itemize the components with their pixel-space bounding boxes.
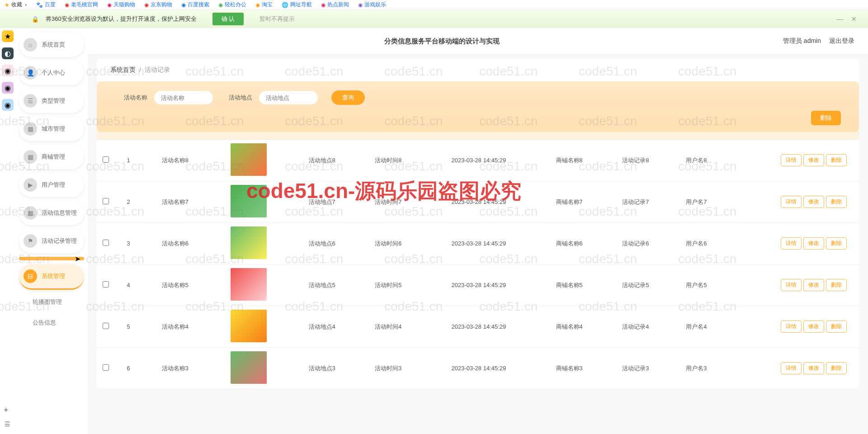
site-icon: ◉ — [321, 2, 326, 8]
activity-image[interactable] — [231, 226, 267, 259]
bookmark-news[interactable]: ◉热点新闻 — [321, 1, 349, 9]
cell-join: 2023-03-28 14:45:29 — [421, 306, 536, 348]
delete-row-button[interactable]: 删除 — [826, 237, 847, 250]
bookmark-office[interactable]: ◉轻松办公 — [218, 1, 246, 9]
activity-image[interactable] — [231, 185, 267, 217]
close-icon[interactable]: ✕ — [851, 15, 857, 23]
delete-row-button[interactable]: 删除 — [826, 196, 847, 208]
confirm-button[interactable]: 确 认 — [212, 13, 244, 25]
detail-button[interactable]: 详情 — [781, 279, 802, 291]
sidebar-sub-carousel[interactable]: 轮播图管理 — [19, 293, 84, 311]
cell-index: 4 — [115, 264, 142, 306]
filter-loc-input[interactable] — [259, 91, 318, 104]
query-button[interactable]: 查询 — [331, 90, 365, 105]
delete-row-button[interactable]: 删除 — [826, 279, 847, 291]
sidebar-item-shop[interactable]: ▦商铺管理 — [19, 145, 84, 169]
cell-actions: 详情修改删除 — [769, 181, 859, 223]
home-icon: ⌂ — [24, 38, 37, 52]
detail-button[interactable]: 详情 — [781, 154, 802, 166]
edit-button[interactable]: 修改 — [803, 237, 824, 250]
sidebar-item-activity-record[interactable]: ⚑活动记录管理 — [19, 229, 84, 253]
cell-user: 用户名8 — [669, 140, 724, 181]
sidebar-item-type[interactable]: ☰类型管理 — [19, 89, 84, 113]
row-checkbox[interactable] — [103, 364, 109, 371]
cell-time: 活动时间5 — [355, 264, 421, 306]
dock-app-4[interactable]: ◉ — [2, 82, 14, 94]
breadcrumb-home[interactable]: 系统首页 — [110, 66, 136, 74]
delete-button[interactable]: 删除 — [811, 111, 841, 125]
activity-image[interactable] — [231, 143, 267, 176]
activity-image[interactable] — [231, 310, 267, 342]
logout-link[interactable]: 退出登录 — [829, 37, 854, 45]
sidebar-item-home[interactable]: ⌂系统首页 — [19, 33, 84, 57]
edit-button[interactable]: 修改 — [803, 279, 824, 291]
site-icon: ◉ — [218, 2, 223, 8]
row-checkbox[interactable] — [103, 281, 109, 288]
sidebar-item-user[interactable]: ▶用户管理 — [19, 173, 84, 197]
cell-image — [208, 264, 289, 306]
edit-button[interactable]: 修改 — [803, 196, 824, 208]
cell-time: 活动时间6 — [355, 223, 421, 264]
paw-icon: 🐾 — [36, 2, 43, 8]
detail-button[interactable]: 详情 — [781, 237, 802, 250]
cell-loc: 活动地点4 — [289, 306, 355, 348]
dock-app-3[interactable]: ◉ — [2, 65, 14, 76]
site-icon: ◉ — [65, 2, 69, 8]
sidebar-item-system[interactable]: ⊟系统管理 — [19, 264, 84, 290]
bookmark-laomaotao[interactable]: ◉老毛桃官网 — [65, 1, 98, 9]
activity-image[interactable] — [231, 351, 267, 384]
table-row: 3活动名称6活动地点6活动时间62023-03-28 14:45:29商铺名称6… — [97, 223, 859, 264]
breadcrumb: 系统首页 / 活动记录 — [97, 59, 859, 81]
site-icon: ◉ — [181, 2, 186, 8]
detail-button[interactable]: 详情 — [781, 196, 802, 208]
bookmark-games[interactable]: ◉游戏娱乐 — [358, 1, 386, 9]
minimize-icon[interactable]: — — [837, 15, 843, 23]
delete-row-button[interactable]: 删除 — [826, 362, 847, 374]
user-icon: 👤 — [24, 66, 37, 80]
detail-button[interactable]: 详情 — [781, 362, 802, 374]
app-title: 分类信息服务平台移动端的设计与实现 — [101, 37, 783, 46]
row-checkbox[interactable] — [103, 240, 109, 246]
table-row: 4活动名称5活动地点5活动时间52023-03-28 14:45:29商铺名称5… — [97, 264, 859, 306]
list-icon: ☰ — [24, 94, 37, 108]
cell-actions: 详情修改删除 — [769, 223, 859, 264]
dock-menu-icon[interactable]: ☰ — [5, 420, 10, 428]
cell-join: 2023-03-28 14:45:29 — [421, 348, 536, 389]
bookmark-baidu[interactable]: 🐾百度 — [36, 1, 56, 9]
filter-name-input[interactable] — [154, 91, 213, 104]
dock-add-icon[interactable]: + — [4, 406, 9, 415]
sidebar-item-city[interactable]: ▦城市管理 — [19, 117, 84, 141]
delete-row-button[interactable]: 删除 — [826, 321, 847, 333]
row-checkbox[interactable] — [103, 156, 109, 163]
dock-app-2[interactable]: ◐ — [2, 47, 14, 59]
sidebar-item-activity-info[interactable]: ▦活动信息管理 — [19, 201, 84, 225]
bookmark-tmall[interactable]: ◉天猫购物 — [107, 1, 135, 9]
content-area: 分类信息服务平台移动端的设计与实现 管理员 admin 退出登录 系统首页 / … — [88, 28, 868, 434]
cell-actions: 详情修改删除 — [769, 306, 859, 348]
edit-button[interactable]: 修改 — [803, 321, 824, 333]
cell-loc: 活动地点8 — [289, 140, 355, 181]
activity-image[interactable] — [231, 268, 267, 301]
edit-button[interactable]: 修改 — [803, 362, 824, 374]
cell-shop: 商铺名称7 — [536, 181, 603, 223]
dock-app-1[interactable]: ★ — [2, 30, 14, 42]
edit-button[interactable]: 修改 — [803, 154, 824, 166]
row-checkbox[interactable] — [103, 198, 109, 204]
cell-actions: 详情修改删除 — [769, 264, 859, 306]
cell-time: 活动时间8 — [355, 140, 421, 181]
bookmark-baidusearch[interactable]: ◉百度搜索 — [181, 1, 209, 9]
detail-button[interactable]: 详情 — [781, 321, 802, 333]
dismiss-button[interactable]: 暂时不再提示 — [259, 15, 295, 23]
sidebar-item-label: 个人中心 — [42, 69, 65, 77]
bookmark-favorites[interactable]: ★收藏▾ — [5, 1, 27, 9]
bookmark-nav[interactable]: 🌐网址导航 — [282, 1, 312, 9]
cell-shop: 商铺名称4 — [536, 306, 603, 348]
cell-user: 用户名4 — [669, 306, 724, 348]
dock-app-5[interactable]: ◉ — [2, 99, 14, 111]
row-checkbox[interactable] — [103, 323, 109, 329]
bookmark-taobao[interactable]: ◉淘宝 — [255, 1, 273, 9]
delete-row-button[interactable]: 删除 — [826, 154, 847, 166]
sidebar-sub-notice[interactable]: 公告信息 — [19, 314, 84, 331]
sidebar-item-profile[interactable]: 👤个人中心 — [19, 61, 84, 85]
bookmark-jd[interactable]: ◉京东购物 — [144, 1, 172, 9]
